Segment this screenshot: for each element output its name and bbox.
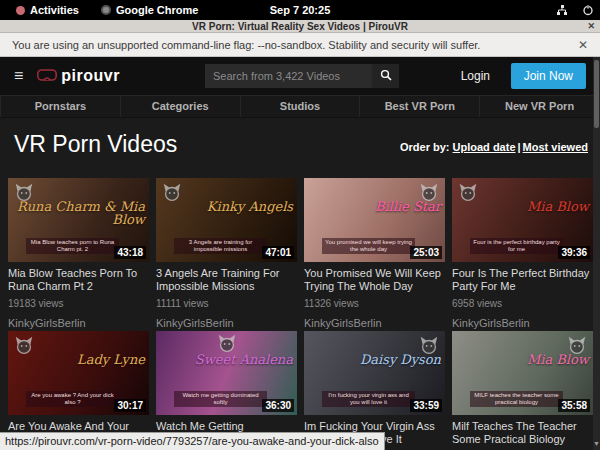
activities-button[interactable]: Activities xyxy=(8,0,87,20)
search-input[interactable] xyxy=(205,64,372,88)
video-title[interactable]: You Promised We Will Keep Trying The Who… xyxy=(304,267,445,293)
search-icon xyxy=(380,69,392,84)
studio-cat-logo-icon xyxy=(13,182,35,204)
order-by: Order by: Upload date|Most viewed xyxy=(400,141,588,153)
chrome-infobar: You are using an unsupported command-lin… xyxy=(0,33,600,57)
scrollbar[interactable]: ▼ xyxy=(593,57,600,450)
window-close-icon[interactable]: ✕ xyxy=(587,20,595,33)
site-header: ≡ pirouvr Login Join Now xyxy=(0,57,600,95)
studio-cat-logo-icon xyxy=(566,335,588,357)
video-studio-link[interactable]: KinkyGirlsBerlin xyxy=(8,317,149,329)
nav-item-categories[interactable]: Categories xyxy=(121,96,241,117)
system-top-bar: Activities Google Chrome Sep 7 20:25 xyxy=(0,0,600,20)
thumbnail-caption: MILF teaches the teacher some practical … xyxy=(470,391,563,407)
studio-cat-logo-icon xyxy=(216,333,238,355)
thumbnail-caption: 3 Angels are training for impossible mis… xyxy=(174,238,267,254)
video-card[interactable]: Mia BlowFour is the perfect birthday par… xyxy=(452,178,593,329)
video-thumbnail[interactable]: Runa Charm & Mia BlowMia Blow teaches po… xyxy=(8,178,149,262)
activities-icon xyxy=(16,6,25,15)
duration-badge: 35:58 xyxy=(558,399,590,412)
join-now-button[interactable]: Join Now xyxy=(511,63,586,89)
page-head: VR Porn Videos Order by: Upload date|Mos… xyxy=(0,118,600,178)
video-thumbnail[interactable]: Billie StarYou promised we will keep try… xyxy=(304,178,445,262)
site-logo-text: pirouvr xyxy=(61,67,120,85)
nav-item-best-vr-porn[interactable]: Best VR Porn xyxy=(360,96,480,117)
video-title[interactable]: Four Is The Perfect Birthday Party For M… xyxy=(452,267,593,293)
order-by-label: Order by: xyxy=(400,141,450,153)
video-title[interactable]: 3 Angels Are Training For Impossible Mis… xyxy=(156,267,297,293)
thumbnail-caption: I'm fucking your virgin ass and you will… xyxy=(322,391,415,407)
vr-goggles-icon xyxy=(37,67,57,85)
page-title: VR Porn Videos xyxy=(14,131,177,158)
duration-badge: 39:36 xyxy=(558,246,590,259)
duration-badge: 36:30 xyxy=(262,399,294,412)
app-menu-button[interactable]: Google Chrome xyxy=(93,0,207,20)
nav-item-new-vr-porn[interactable]: New VR Porn xyxy=(480,96,600,117)
clock[interactable]: Sep 7 20:25 xyxy=(270,4,331,16)
login-link[interactable]: Login xyxy=(461,69,490,83)
window-title: VR Porn: Virtual Reality Sex Videos | Pi… xyxy=(192,21,408,32)
activities-label: Activities xyxy=(30,4,79,16)
power-icon[interactable] xyxy=(582,4,594,16)
app-menu-label: Google Chrome xyxy=(116,4,199,16)
video-card[interactable]: Kinky Angels3 Angels are training for im… xyxy=(156,178,297,329)
video-views: 11326 views xyxy=(304,298,445,309)
video-views: 11111 views xyxy=(156,298,297,309)
order-upload-date-link[interactable]: Upload date xyxy=(453,141,516,153)
video-thumbnail[interactable]: Mia BlowFour is the perfect birthday par… xyxy=(452,178,593,262)
status-url-tooltip: https://pirouvr.com/vr-porn-video/779325… xyxy=(0,432,385,450)
site-logo[interactable]: pirouvr xyxy=(37,67,120,85)
window-titlebar: VR Porn: Virtual Reality Sex Videos | Pi… xyxy=(0,20,600,33)
thumbnail-caption: Watch me getting dominated softly xyxy=(174,391,267,407)
video-thumbnail[interactable]: Lady LyneAre you awake ? And your dick a… xyxy=(8,331,149,415)
video-card[interactable]: Mia BlowMILF teaches the teacher some pr… xyxy=(452,331,593,450)
network-icon[interactable] xyxy=(556,4,568,16)
nav-item-pornstars[interactable]: Pornstars xyxy=(0,96,121,117)
thumbnail-caption: Mia Blow teaches porn to Runa Charm pt. … xyxy=(26,238,119,254)
video-thumbnail[interactable]: Mia BlowMILF teaches the teacher some pr… xyxy=(452,331,593,415)
video-views: 19183 views xyxy=(8,298,149,309)
video-title[interactable]: Mia Blow Teaches Porn To Runa Charm Pt 2 xyxy=(8,267,149,293)
scrollbar-down-arrow-icon[interactable]: ▼ xyxy=(593,440,600,448)
video-card[interactable]: Billie StarYou promised we will keep try… xyxy=(304,178,445,329)
thumbnail-caption: Four is the perfect birthday party for m… xyxy=(470,238,563,254)
video-card[interactable]: Runa Charm & Mia BlowMia Blow teaches po… xyxy=(8,178,149,329)
order-separator: | xyxy=(516,141,523,153)
menu-icon[interactable]: ≡ xyxy=(14,68,23,84)
thumbnail-caption: You promised we will keep trying the who… xyxy=(322,238,415,254)
video-thumbnail[interactable]: Sweet AnalenaWatch me getting dominated … xyxy=(156,331,297,415)
studio-cat-logo-icon xyxy=(161,182,183,204)
browser-viewport: ≡ pirouvr Login Join Now PornstarsCatego… xyxy=(0,57,600,450)
duration-badge: 30:17 xyxy=(114,399,146,412)
video-thumbnail[interactable]: Kinky Angels3 Angels are training for im… xyxy=(156,178,297,262)
studio-cat-logo-icon xyxy=(13,335,35,357)
infobar-message: You are using an unsupported command-lin… xyxy=(12,39,480,51)
scrollbar-thumb[interactable] xyxy=(594,60,599,128)
search-button[interactable] xyxy=(372,64,399,88)
video-studio-link[interactable]: KinkyGirlsBerlin xyxy=(156,317,297,329)
video-thumbnail[interactable]: Daisy DysonI'm fucking your virgin ass a… xyxy=(304,331,445,415)
nav-item-studios[interactable]: Studios xyxy=(241,96,361,117)
order-most-viewed-link[interactable]: Most viewed xyxy=(523,141,588,153)
duration-badge: 43:18 xyxy=(114,246,146,259)
duration-badge: 47:01 xyxy=(262,246,294,259)
search-bar xyxy=(205,64,399,88)
video-title[interactable]: Milf Teaches The Teacher Some Practical … xyxy=(452,420,593,446)
chrome-icon xyxy=(101,5,111,15)
infobar-close-icon[interactable]: ✕ xyxy=(578,38,588,52)
video-grid: Runa Charm & Mia BlowMia Blow teaches po… xyxy=(0,178,600,450)
studio-cat-logo-icon xyxy=(418,335,440,357)
studio-cat-logo-icon xyxy=(457,182,479,204)
duration-badge: 33:59 xyxy=(410,399,442,412)
duration-badge: 25:03 xyxy=(410,246,442,259)
video-views: 6958 views xyxy=(452,298,593,309)
video-studio-link[interactable]: KinkyGirlsBerlin xyxy=(304,317,445,329)
video-studio-link[interactable]: KinkyGirlsBerlin xyxy=(452,317,593,329)
studio-cat-logo-icon xyxy=(418,182,440,204)
thumbnail-caption: Are you awake ? And your dick also ? xyxy=(26,391,119,407)
main-nav: PornstarsCategoriesStudiosBest VR PornNe… xyxy=(0,95,600,118)
